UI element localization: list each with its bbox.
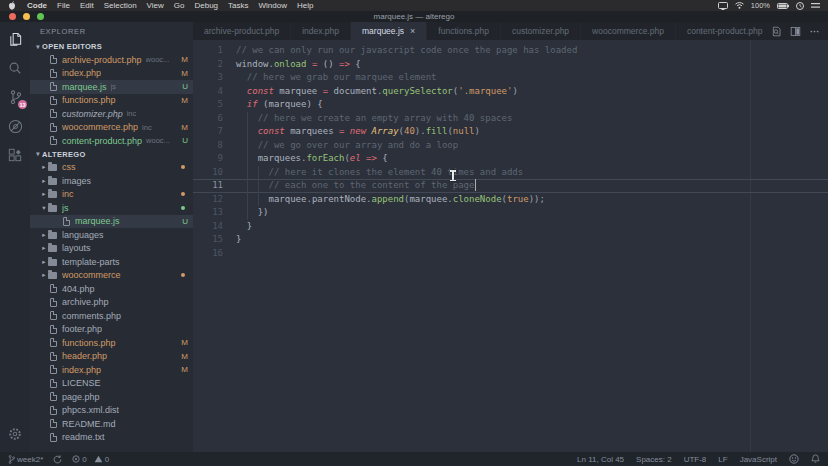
battery-icon[interactable] [777, 3, 789, 9]
menu-code[interactable]: Code [22, 0, 52, 11]
code-line[interactable]: 12 marquee.parentNode.append(marquee.clo… [193, 193, 828, 207]
wifi-icon[interactable] [735, 2, 744, 9]
code-text: // we go over our array and do a loop [223, 139, 828, 153]
tree-item[interactable]: ▾js [30, 201, 193, 215]
tree-item[interactable]: comments.php [30, 309, 193, 323]
tab-index.php[interactable]: index.php [291, 22, 351, 40]
code-line[interactable]: 4 const marquee = document.querySelector… [193, 85, 828, 99]
language-mode[interactable]: JavaScript [740, 455, 777, 464]
source-control-icon[interactable]: 13 [7, 89, 23, 105]
open-editor-item[interactable]: content-product.phpwooc...U [30, 134, 193, 148]
encoding[interactable]: UTF-8 [684, 455, 707, 464]
code-line[interactable]: 13 }) [193, 206, 828, 220]
code-line[interactable]: 6 // here we create an empty array with … [193, 112, 828, 126]
tab-content-product.php[interactable]: content-product.php [676, 22, 770, 40]
menu-selection[interactable]: Selection [99, 0, 142, 11]
open-editor-item[interactable]: archive-product.phpwooc...M [30, 53, 193, 67]
tree-item[interactable]: readme.txt [30, 431, 193, 445]
settings-gear-icon[interactable] [7, 426, 23, 442]
split-editor-icon[interactable] [790, 26, 801, 37]
code-line[interactable]: 15} [193, 233, 828, 247]
sync-button[interactable] [53, 455, 62, 464]
tab-close-icon[interactable]: × [410, 26, 415, 36]
tree-root-header[interactable]: ▾ ALTEREGO [30, 148, 193, 161]
code-line[interactable]: 2window.onload = () => { [193, 58, 828, 72]
indent-guide [247, 112, 248, 126]
indent-setting[interactable]: Spaces: 2 [636, 455, 672, 464]
menu-view[interactable]: View [142, 0, 169, 11]
line-number: 16 [193, 247, 223, 261]
menu-debug[interactable]: Debug [189, 0, 223, 11]
tree-item[interactable]: README.md [30, 417, 193, 431]
code-editor[interactable]: 1// we can only run our javascript code … [193, 40, 828, 452]
tab-archive-product.php[interactable]: archive-product.php [193, 22, 291, 40]
more-actions-icon[interactable] [809, 26, 820, 37]
tab-functions.php[interactable]: functions.php [427, 22, 501, 40]
open-editor-item[interactable]: index.phpM [30, 67, 193, 81]
tree-item[interactable]: ▸template-parts [30, 255, 193, 269]
extensions-icon[interactable] [7, 147, 23, 163]
menu-file[interactable]: File [52, 0, 75, 11]
debug-icon[interactable] [7, 118, 23, 134]
tree-item[interactable]: marquee.jsU [30, 215, 193, 229]
code-line[interactable]: 5 if (marquee) { [193, 98, 828, 112]
code-line[interactable]: 11 // each one to the content of the pag… [193, 179, 828, 193]
tree-item[interactable]: functions.phpM [30, 336, 193, 350]
feedback-smiley-icon[interactable] [789, 454, 799, 464]
tree-item[interactable]: ▸woocommerce [30, 269, 193, 283]
tree-item[interactable]: archive.php [30, 296, 193, 310]
bell-icon[interactable] [811, 454, 820, 464]
code-line[interactable]: 1// we can only run our javascript code … [193, 44, 828, 58]
tab-woocommerce.php[interactable]: woocommerce.php [581, 22, 676, 40]
code-line[interactable]: 10 // here it clones the element 40 time… [193, 166, 828, 180]
tree-item[interactable]: ▸css [30, 161, 193, 175]
tree-item[interactable]: phpcs.xml.dist [30, 404, 193, 418]
tab-marquee.js[interactable]: marquee.js× [351, 22, 427, 40]
explorer-icon[interactable] [7, 31, 23, 47]
preview-icon[interactable] [771, 26, 782, 37]
tree-item[interactable]: page.php [30, 390, 193, 404]
open-editor-item[interactable]: customizer.phpinc [30, 107, 193, 121]
apple-icon[interactable] [8, 1, 16, 10]
open-editors-header[interactable]: ▾ OPEN EDITORS [30, 40, 193, 53]
code-line[interactable]: 14 } [193, 220, 828, 234]
git-branch-indicator[interactable]: week2* [8, 455, 43, 464]
menu-edit[interactable]: Edit [75, 0, 99, 11]
open-editor-item[interactable]: woocommerce.phpincM [30, 121, 193, 135]
display-icon[interactable] [718, 2, 728, 10]
code-line[interactable]: 9 marquees.forEach(el => { [193, 152, 828, 166]
minimize-window-button[interactable] [23, 13, 30, 20]
tree-item[interactable]: ▸images [30, 174, 193, 188]
tree-item[interactable]: ▸layouts [30, 242, 193, 256]
eol[interactable]: LF [718, 455, 727, 464]
notification-center-icon[interactable] [811, 2, 820, 9]
tree-item[interactable]: 404.php [30, 282, 193, 296]
folder-name: layouts [62, 243, 91, 253]
open-editor-item[interactable]: functions.phpM [30, 94, 193, 108]
folder-icon [48, 205, 57, 212]
code-line[interactable]: 7 const marquees = new Array(40).fill(nu… [193, 125, 828, 139]
close-window-button[interactable] [9, 13, 16, 20]
cursor-position[interactable]: Ln 11, Col 45 [577, 455, 624, 464]
problems-indicator[interactable]: 0 0 [72, 455, 109, 464]
search-icon[interactable] [7, 60, 23, 76]
menu-window[interactable]: Window [254, 0, 292, 11]
clock-icon[interactable] [796, 2, 804, 10]
tree-item[interactable]: footer.php [30, 323, 193, 337]
open-editor-item[interactable]: marquee.jsjsU [30, 80, 193, 94]
tree-item[interactable]: header.phpM [30, 350, 193, 364]
menu-tasks[interactable]: Tasks [223, 0, 253, 11]
code-line[interactable]: 3 // here we grab our marquee element [193, 71, 828, 85]
code-line[interactable]: 8 // we go over our array and do a loop [193, 139, 828, 153]
menu-go[interactable]: Go [169, 0, 190, 11]
menu-help[interactable]: Help [292, 0, 318, 11]
code-line[interactable]: 16 [193, 247, 828, 261]
token: forEach [306, 153, 344, 163]
tree-item[interactable]: index.phpM [30, 363, 193, 377]
tree-item[interactable]: ▸inc [30, 188, 193, 202]
zoom-window-button[interactable] [37, 13, 44, 20]
tab-customizer.php[interactable]: customizer.php [501, 22, 581, 40]
tree-item[interactable]: LICENSE [30, 377, 193, 391]
tree-item[interactable]: ▸languages [30, 228, 193, 242]
title-bar[interactable]: marquee.js — alterego [0, 11, 828, 22]
